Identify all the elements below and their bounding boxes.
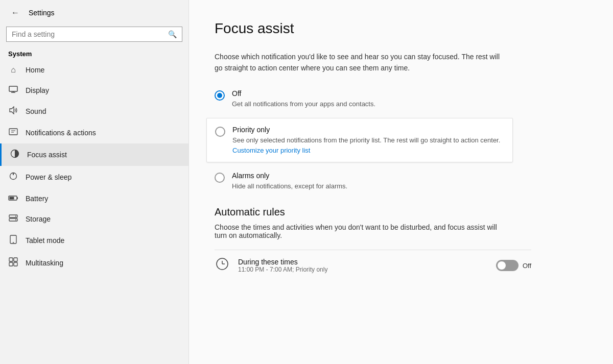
option-off: Off Get all notifications from your apps… — [215, 89, 587, 109]
sidebar: ← Settings 🔍 System ⌂ Home Display Sound — [0, 0, 189, 364]
rule-title: During these times — [238, 258, 488, 266]
notifications-icon — [8, 128, 18, 138]
tablet-icon — [8, 235, 18, 246]
storage-icon — [8, 214, 18, 224]
sidebar-item-battery[interactable]: Battery — [0, 188, 188, 209]
sidebar-item-tablet-label: Tablet mode — [26, 236, 64, 245]
system-section-label: System — [0, 47, 188, 60]
svg-rect-0 — [9, 86, 17, 91]
sidebar-item-power-label: Power & sleep — [26, 173, 72, 181]
battery-icon — [8, 194, 18, 203]
svg-rect-19 — [9, 258, 13, 261]
svg-point-15 — [15, 216, 16, 217]
sidebar-item-home-label: Home — [26, 66, 44, 74]
toggle-during-times[interactable] — [496, 260, 518, 271]
sidebar-item-tablet[interactable]: Tablet mode — [0, 229, 188, 252]
back-button[interactable]: ← — [8, 7, 22, 18]
search-box: 🔍 — [6, 27, 182, 42]
sidebar-item-notifications-label: Notifications & actions — [26, 129, 96, 137]
main-content: Focus assist Choose which notification y… — [189, 0, 613, 364]
multitasking-icon — [8, 257, 18, 269]
home-icon: ⌂ — [8, 65, 18, 75]
toggle-container: Off — [496, 260, 531, 271]
sidebar-item-notifications[interactable]: Notifications & actions — [0, 122, 188, 143]
option-priority-desc: See only selected notifications from the… — [232, 135, 500, 145]
svg-rect-20 — [14, 258, 17, 261]
sidebar-item-focus-assist-label: Focus assist — [27, 151, 67, 159]
sidebar-item-power[interactable]: Power & sleep — [0, 166, 188, 188]
sidebar-item-home[interactable]: ⌂ Home — [0, 60, 188, 80]
page-title: Focus assist — [215, 20, 587, 37]
power-icon — [8, 172, 18, 183]
radio-priority[interactable] — [215, 127, 225, 137]
sidebar-item-sound-label: Sound — [26, 107, 46, 115]
rule-during-times: During these times 11:00 PM - 7:00 AM; P… — [215, 250, 531, 281]
sidebar-nav: ⌂ Home Display Sound Notifications & act… — [0, 60, 188, 274]
svg-point-16 — [15, 220, 16, 221]
sound-icon — [8, 106, 18, 116]
customize-priority-link[interactable]: Customize your priority list — [232, 147, 310, 154]
search-input[interactable] — [12, 30, 168, 38]
option-alarms-content: Alarms only Hide all notifications, exce… — [232, 172, 347, 191]
option-off-desc: Get all notifications from your apps and… — [232, 99, 375, 109]
sidebar-item-sound[interactable]: Sound — [0, 101, 188, 122]
svg-rect-11 — [17, 197, 18, 199]
option-priority-content: Priority only See only selected notifica… — [232, 126, 500, 155]
sidebar-item-multitasking-label: Multitasking — [26, 259, 63, 267]
sidebar-item-display-label: Display — [26, 86, 49, 94]
svg-rect-22 — [14, 262, 17, 266]
option-alarms-desc: Hide all notifications, except for alarm… — [232, 181, 347, 191]
radio-alarms[interactable] — [215, 173, 225, 183]
sidebar-item-battery-label: Battery — [26, 195, 48, 203]
option-alarms-label: Alarms only — [232, 172, 347, 180]
sidebar-item-display[interactable]: Display — [0, 80, 188, 101]
svg-rect-21 — [9, 262, 13, 266]
rule-text: During these times 11:00 PM - 7:00 AM; P… — [238, 258, 488, 273]
toggle-knob — [498, 261, 506, 270]
toggle-label: Off — [523, 262, 531, 270]
rule-subtitle: 11:00 PM - 7:00 AM; Priority only — [238, 266, 488, 273]
back-icon: ← — [11, 8, 19, 17]
option-alarms: Alarms only Hide all notifications, exce… — [215, 172, 587, 191]
focus-assist-icon — [10, 149, 20, 160]
page-description: Choose which notification you'd like to … — [215, 51, 501, 74]
option-off-label: Off — [232, 89, 375, 98]
option-priority-label: Priority only — [232, 126, 500, 134]
app-title: Settings — [29, 9, 55, 17]
svg-rect-4 — [9, 129, 17, 135]
svg-point-18 — [13, 242, 14, 243]
auto-rules-description: Choose the times and activities when you… — [215, 223, 501, 239]
auto-rules-heading: Automatic rules — [215, 206, 587, 218]
option-priority: Priority only See only selected notifica… — [206, 118, 513, 162]
search-container: 🔍 — [0, 23, 188, 47]
radio-off[interactable] — [215, 90, 225, 101]
option-off-content: Off Get all notifications from your apps… — [232, 89, 375, 109]
sidebar-item-storage[interactable]: Storage — [0, 209, 188, 229]
titlebar: ← Settings — [0, 0, 188, 23]
sidebar-item-storage-label: Storage — [26, 215, 51, 223]
sidebar-item-multitasking[interactable]: Multitasking — [0, 252, 188, 274]
display-icon — [8, 86, 18, 95]
svg-marker-3 — [10, 107, 14, 114]
search-icon: 🔍 — [168, 30, 177, 38]
clock-icon — [215, 257, 230, 274]
sidebar-item-focus-assist[interactable]: Focus assist — [0, 143, 188, 166]
svg-rect-12 — [10, 197, 14, 200]
